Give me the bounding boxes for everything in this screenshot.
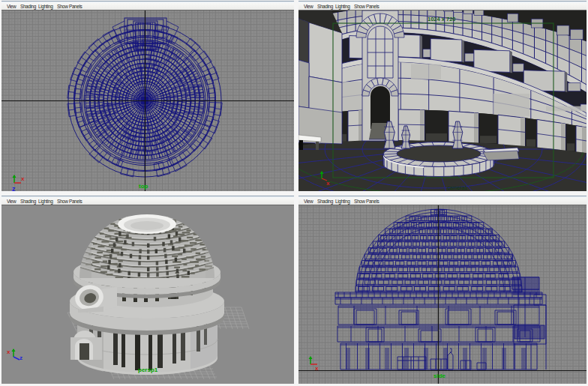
svg-text:top: top — [139, 183, 148, 190]
svg-text:x: x — [7, 349, 10, 355]
svg-text:persp1: persp1 — [138, 367, 158, 373]
svg-text:camera1: camera1 — [447, 185, 467, 190]
svg-text:side: side — [434, 373, 446, 379]
svg-text:x: x — [315, 365, 319, 372]
svg-text:z: z — [12, 185, 16, 191]
svg-text:x: x — [326, 180, 330, 187]
svg-text:x: x — [21, 175, 25, 182]
svg-text:z: z — [20, 355, 22, 361]
svg-text:1024 x 720: 1024 x 720 — [428, 16, 456, 22]
